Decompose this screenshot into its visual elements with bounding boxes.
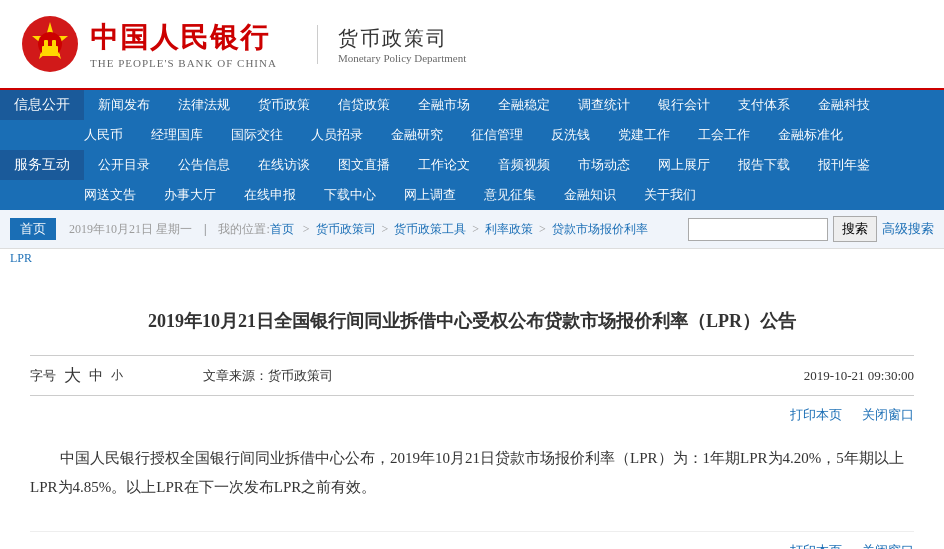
dept-name-en: Monetary Policy Department [338, 52, 466, 64]
svg-rect-6 [40, 54, 60, 56]
breadcrumb-link-1[interactable]: 货币政策司 [316, 222, 376, 236]
article-body: 中国人民银行授权全国银行间同业拆借中心公布，2019年10月21日贷款市场报价利… [30, 444, 914, 501]
nav-yinpin[interactable]: 音频视频 [484, 150, 564, 180]
search-button[interactable]: 搜索 [833, 216, 877, 242]
nav-row-4: 网送文告 办事大厅 在线申报 下载中心 网上调查 意见征集 金融知识 关于我们 [0, 180, 944, 210]
nav-guoku[interactable]: 经理国库 [137, 120, 217, 150]
nav-xindai[interactable]: 信贷政策 [324, 90, 404, 120]
nav-zhengxin[interactable]: 征信管理 [457, 120, 537, 150]
nav-tuwen[interactable]: 图文直播 [324, 150, 404, 180]
breadcrumb-path: 2019年10月21日 星期一 | 我的位置:首页 > 货币政策司 > 货币政策… [66, 221, 648, 238]
nav-label-info: 信息公开 [0, 90, 84, 120]
breadcrumb-date: 2019年10月21日 星期一 [69, 222, 192, 236]
bank-name-cn: 中国人民银行 [90, 19, 270, 57]
source-label: 文章来源： [203, 368, 268, 383]
breadcrumb-current: LPR [0, 249, 944, 268]
breadcrumb-bar: 首页 2019年10月21日 星期一 | 我的位置:首页 > 货币政策司 > 货… [0, 210, 944, 249]
article-actions-bottom: 打印本页 关闭窗口 [30, 531, 914, 549]
nav-biaozhun[interactable]: 金融标准化 [764, 120, 857, 150]
font-size-label: 字号 [30, 367, 56, 385]
nav-xiazai[interactable]: 下载中心 [310, 180, 390, 210]
print-link-bottom[interactable]: 打印本页 [790, 542, 842, 549]
nav-items-row1: 新闻发布 法律法规 货币政策 信贷政策 全融市场 全融稳定 调查统计 银行会计 … [84, 90, 944, 120]
breadcrumb-sep2: > [382, 222, 392, 236]
nav-gonggao[interactable]: 公告信息 [164, 150, 244, 180]
nav-diaocha[interactable]: 调查统计 [564, 90, 644, 120]
nav-gonghui[interactable]: 工会工作 [684, 120, 764, 150]
breadcrumb-link-4[interactable]: 贷款市场报价利率 [552, 222, 648, 236]
main-nav: 信息公开 新闻发布 法律法规 货币政策 信贷政策 全融市场 全融稳定 调查统计 … [0, 90, 944, 210]
nav-fangtan[interactable]: 在线访谈 [244, 150, 324, 180]
font-small-btn[interactable]: 小 [111, 367, 123, 384]
close-link-bottom[interactable]: 关闭窗口 [862, 542, 914, 549]
nav-falv[interactable]: 法律法规 [164, 90, 244, 120]
breadcrumb-sep3: > [472, 222, 482, 236]
article-meta: 字号 大 中 小 文章来源：货币政策司 2019-10-21 09:30:00 [30, 355, 914, 396]
nav-yijian[interactable]: 意见征集 [470, 180, 550, 210]
nav-jinrong[interactable]: 全融市场 [404, 90, 484, 120]
dept-name-cn: 货币政策司 [338, 25, 466, 52]
nav-guanyu[interactable]: 关于我们 [630, 180, 710, 210]
font-large-btn[interactable]: 大 [64, 364, 81, 387]
close-link-top[interactable]: 关闭窗口 [862, 406, 914, 424]
nav-diaocha2[interactable]: 网上调查 [390, 180, 470, 210]
logo-area: 中国人民银行 THE PEOPLE'S BANK OF CHINA [20, 14, 277, 74]
nav-wending[interactable]: 全融稳定 [484, 90, 564, 120]
nav-items-row4: 网送文告 办事大厅 在线申报 下载中心 网上调查 意见征集 金融知识 关于我们 [70, 180, 944, 210]
nav-shenbao[interactable]: 在线申报 [230, 180, 310, 210]
breadcrumb-sep4: > [539, 222, 549, 236]
nav-row-2: 人民币 经理国库 国际交往 人员招录 金融研究 征信管理 反洗钱 党建工作 工会… [0, 120, 944, 150]
article-date: 2019-10-21 09:30:00 [804, 368, 914, 384]
breadcrumb-home-link[interactable]: 首页 [270, 222, 294, 236]
logo-text-area: 中国人民银行 THE PEOPLE'S BANK OF CHINA [90, 19, 277, 69]
bank-name-en: THE PEOPLE'S BANK OF CHINA [90, 57, 277, 69]
nav-renminbi[interactable]: 人民币 [70, 120, 137, 150]
nav-mulu[interactable]: 公开目录 [84, 150, 164, 180]
search-input[interactable] [688, 218, 828, 241]
breadcrumb-sep1: > [303, 222, 313, 236]
nav-wangzhan[interactable]: 网上展厅 [644, 150, 724, 180]
nav-yanjiu[interactable]: 金融研究 [377, 120, 457, 150]
nav-items-row2: 人民币 经理国库 国际交往 人员招录 金融研究 征信管理 反洗钱 党建工作 工会… [70, 120, 944, 150]
nav-renyuan[interactable]: 人员招录 [297, 120, 377, 150]
nav-xinwen[interactable]: 新闻发布 [84, 90, 164, 120]
print-link-top[interactable]: 打印本页 [790, 406, 842, 424]
nav-row-1: 信息公开 新闻发布 法律法规 货币政策 信贷政策 全融市场 全融稳定 调查统计 … [0, 90, 944, 120]
article-title: 2019年10月21日全国银行间同业拆借中心受权公布贷款市场报价利率（LPR）公… [30, 308, 914, 335]
breadcrumb-location: 我的位置:首页 [218, 222, 293, 236]
nav-label-empty1 [0, 120, 70, 150]
advanced-search-link[interactable]: 高级搜索 [882, 220, 934, 238]
font-size-control: 字号 大 中 小 [30, 364, 123, 387]
nav-label-empty2 [0, 180, 70, 210]
nav-yinhang[interactable]: 银行会计 [644, 90, 724, 120]
nav-lunwen[interactable]: 工作论文 [404, 150, 484, 180]
breadcrumb-link-2[interactable]: 货币政策工具 [394, 222, 466, 236]
font-medium-btn[interactable]: 中 [89, 367, 103, 385]
svg-rect-5 [52, 40, 56, 47]
article-content: 2019年10月21日全国银行间同业拆借中心受权公布贷款市场报价利率（LPR）公… [0, 268, 944, 549]
nav-guoji[interactable]: 国际交往 [217, 120, 297, 150]
search-area: 搜索 高级搜索 [688, 216, 934, 242]
svg-rect-4 [44, 40, 48, 47]
nav-jinrongkeji[interactable]: 金融科技 [804, 90, 884, 120]
nav-dangj[interactable]: 党建工作 [604, 120, 684, 150]
nav-items-row3: 公开目录 公告信息 在线访谈 图文直播 工作论文 音频视频 市场动态 网上展厅 … [84, 150, 944, 180]
nav-zhifu[interactable]: 支付体系 [724, 90, 804, 120]
nav-huobi[interactable]: 货币政策 [244, 90, 324, 120]
nav-baokanyear[interactable]: 报刊年鉴 [804, 150, 884, 180]
svg-rect-3 [42, 46, 58, 54]
department-area: 货币政策司 Monetary Policy Department [317, 25, 466, 64]
breadcrumb-link-3[interactable]: 利率政策 [485, 222, 533, 236]
source-value: 货币政策司 [268, 368, 333, 383]
nav-baogao[interactable]: 报告下载 [724, 150, 804, 180]
nav-fanxi[interactable]: 反洗钱 [537, 120, 604, 150]
article-source: 文章来源：货币政策司 [203, 367, 333, 385]
nav-shichang[interactable]: 市场动态 [564, 150, 644, 180]
home-link[interactable]: 首页 [10, 218, 56, 240]
nav-zhishi[interactable]: 金融知识 [550, 180, 630, 210]
page-header: 中国人民银行 THE PEOPLE'S BANK OF CHINA 货币政策司 … [0, 0, 944, 90]
nav-row-3: 服务互动 公开目录 公告信息 在线访谈 图文直播 工作论文 音频视频 市场动态 … [0, 150, 944, 180]
nav-label-service: 服务互动 [0, 150, 84, 180]
nav-banshi[interactable]: 办事大厅 [150, 180, 230, 210]
nav-wangsong[interactable]: 网送文告 [70, 180, 150, 210]
